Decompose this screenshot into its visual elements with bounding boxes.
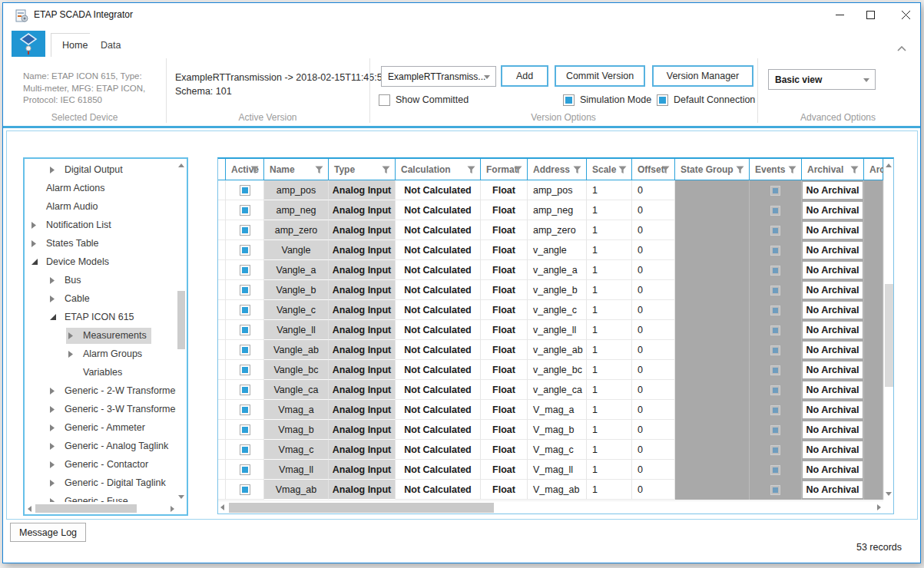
cell-address[interactable]: v_angle_bc — [528, 360, 587, 380]
tree-item-generic-fuse[interactable]: Generic - Fuse — [25, 492, 176, 502]
archival-value[interactable]: No Archival — [803, 262, 863, 279]
scroll-down-icon[interactable] — [886, 492, 892, 496]
tree-item-alarm-groups[interactable]: Alarm Groups — [25, 345, 176, 363]
cell-calculation[interactable]: Not Calculated — [396, 260, 481, 280]
archival-value[interactable]: No Archival — [803, 362, 863, 378]
tree-collapsed-icon[interactable] — [49, 405, 61, 414]
cell-scale[interactable]: 1 — [587, 280, 632, 300]
archival-value[interactable]: No Archival — [803, 421, 863, 438]
cell-active[interactable] — [226, 440, 264, 460]
view-select[interactable]: Basic view — [768, 69, 876, 90]
cell-address[interactable]: V_mag_c — [528, 440, 587, 460]
cell-archival[interactable]: No Archival — [802, 380, 864, 400]
cell-format[interactable]: Float — [481, 300, 528, 320]
scroll-right-icon[interactable] — [877, 504, 881, 510]
active-checkbox[interactable] — [240, 405, 250, 415]
cell-offset[interactable]: 0 — [632, 380, 675, 400]
tree-item-device-models[interactable]: Device Models — [25, 253, 176, 271]
cell-active[interactable] — [226, 460, 264, 480]
cell-calculation[interactable]: Not Calculated — [396, 200, 481, 220]
cell-calculation[interactable]: Not Calculated — [396, 180, 481, 200]
tab-data[interactable]: Data — [90, 33, 131, 57]
active-checkbox[interactable] — [240, 365, 250, 375]
cell-format[interactable]: Float — [481, 380, 528, 400]
cell-scale[interactable]: 1 — [587, 400, 632, 420]
cell-calculation[interactable]: Not Calculated — [396, 360, 481, 380]
tree-collapsed-icon[interactable] — [49, 276, 61, 285]
cell-scale[interactable]: 1 — [587, 180, 632, 200]
cell-address[interactable]: v_angle_a — [528, 260, 587, 280]
cell-calculation[interactable]: Not Calculated — [396, 320, 481, 340]
simulation-mode-checkbox[interactable]: Simulation Mode — [563, 94, 651, 106]
cell-scale[interactable]: 1 — [587, 240, 632, 260]
cell-calculation[interactable]: Not Calculated — [396, 280, 481, 300]
cell-scale[interactable]: 1 — [587, 360, 632, 380]
grid-horizontal-scrollbar[interactable] — [218, 500, 883, 514]
cell-calculation[interactable]: Not Calculated — [396, 380, 481, 400]
cell-archival[interactable]: No Archival — [802, 440, 864, 460]
tree-item-variables[interactable]: Variables — [25, 363, 176, 381]
archival-value[interactable]: No Archival — [803, 342, 863, 358]
cell-offset[interactable]: 0 — [632, 460, 675, 480]
scroll-down-icon[interactable] — [178, 495, 184, 499]
active-checkbox[interactable] — [240, 464, 250, 475]
cell-address[interactable]: V_mag_a — [528, 400, 587, 420]
cell-address[interactable]: v_angle_c — [528, 300, 587, 320]
cell-address[interactable]: V_mag_ll — [528, 460, 587, 480]
cell-format[interactable]: Float — [481, 360, 528, 380]
cell-scale[interactable]: 1 — [587, 440, 632, 460]
tree-horizontal-scrollbar[interactable] — [26, 504, 176, 514]
default-connection-checkbox[interactable]: Default Connection — [657, 94, 755, 106]
tree-collapsed-icon[interactable] — [49, 497, 61, 503]
cell-offset[interactable]: 0 — [632, 280, 675, 300]
add-version-button[interactable]: Add — [501, 65, 548, 87]
cell-active[interactable] — [226, 280, 264, 300]
column-header-format[interactable]: Format — [481, 159, 528, 180]
archival-value[interactable]: No Archival — [803, 202, 863, 219]
active-checkbox[interactable] — [240, 245, 250, 256]
active-checkbox[interactable] — [240, 225, 250, 236]
active-checkbox[interactable] — [240, 205, 250, 216]
cell-scale[interactable]: 1 — [587, 220, 632, 240]
tree-item-bus[interactable]: Bus — [25, 271, 176, 289]
archival-value[interactable]: No Archival — [803, 441, 863, 458]
cell-format[interactable]: Float — [481, 200, 528, 220]
cell-address[interactable]: V_mag_ab — [528, 480, 587, 500]
minimize-button[interactable] — [826, 3, 853, 27]
archival-value[interactable]: No Archival — [803, 401, 863, 418]
cell-address[interactable]: V_mag_b — [528, 420, 587, 440]
tree-item-digital-output[interactable]: Digital Output — [25, 160, 176, 179]
archival-value[interactable]: No Archival — [803, 282, 863, 299]
cell-format[interactable]: Float — [481, 320, 528, 340]
cell-address[interactable]: v_angle — [528, 240, 587, 260]
scrollbar-thumb[interactable] — [177, 291, 185, 349]
tree-item-generic-contactor[interactable]: Generic - Contactor — [25, 455, 176, 474]
cell-scale[interactable]: 1 — [587, 420, 632, 440]
cell-calculation[interactable]: Not Calculated — [396, 400, 481, 420]
active-checkbox[interactable] — [240, 265, 250, 276]
cell-scale[interactable]: 1 — [587, 200, 632, 220]
cell-address[interactable]: amp_zero — [528, 220, 587, 240]
cell-address[interactable]: amp_pos — [528, 180, 587, 200]
scroll-up-icon[interactable] — [886, 163, 892, 167]
tree-expanded-icon[interactable] — [49, 313, 61, 322]
cell-active[interactable] — [226, 260, 264, 280]
cell-format[interactable]: Float — [481, 220, 528, 240]
active-checkbox[interactable] — [240, 385, 250, 395]
tree-collapsed-icon[interactable] — [49, 442, 61, 451]
tree-item-generic-2-w-transformer[interactable]: Generic - 2-W Transformer — [25, 381, 176, 400]
cell-format[interactable]: Float — [481, 460, 528, 480]
tree-item-notification-list[interactable]: Notification List — [25, 216, 176, 234]
cell-calculation[interactable]: Not Calculated — [396, 480, 481, 500]
cell-offset[interactable]: 0 — [632, 440, 675, 460]
cell-active[interactable] — [226, 300, 264, 320]
cell-archival[interactable]: No Archival — [802, 400, 864, 420]
cell-active[interactable] — [226, 320, 264, 340]
column-header-name[interactable]: Name — [264, 159, 329, 180]
cell-address[interactable]: v_angle_ab — [528, 340, 587, 360]
tree-item-etap-icon-615[interactable]: ETAP ICON 615 — [25, 308, 176, 326]
cell-scale[interactable]: 1 — [587, 480, 632, 500]
tree-collapsed-icon[interactable] — [49, 295, 61, 303]
cell-active[interactable] — [226, 240, 264, 260]
tree-item-generic-analog-taglink[interactable]: Generic - Analog Taglink — [25, 437, 176, 455]
